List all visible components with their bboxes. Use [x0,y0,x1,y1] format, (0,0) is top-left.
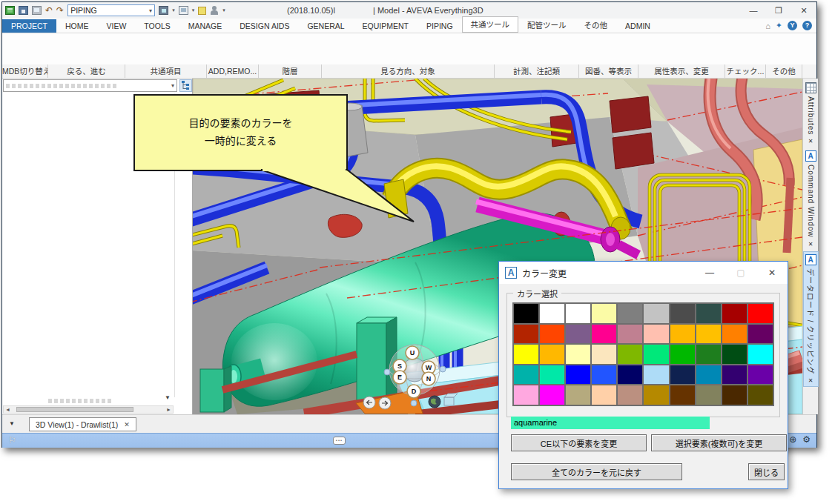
ribbon-group-label[interactable]: その他 [766,64,802,78]
color-swatch[interactable] [540,345,564,364]
navigate-icon[interactable]: ✦ [776,21,782,30]
ribbon-group-label[interactable]: 共通項目 [125,64,207,78]
color-swatch[interactable] [514,325,538,344]
message-bubble-icon[interactable]: ••• [333,437,346,445]
color-swatch[interactable] [592,304,616,323]
color-swatch[interactable] [644,365,668,385]
ribbon-tab[interactable]: HOME [56,19,98,33]
flag-icon[interactable]: ⚐ [8,435,16,445]
ribbon-group-label[interactable]: 階層 [259,64,322,78]
display-icon[interactable] [179,6,188,15]
app-icon[interactable] [5,6,15,15]
color-swatch[interactable] [618,304,642,323]
restore-all-colors-button[interactable]: 全てのカラーを元に戻す [511,463,682,480]
color-swatch[interactable] [618,345,642,364]
ribbon-group-label[interactable]: 属性表示、変更 [638,64,725,78]
color-swatch[interactable] [696,345,721,364]
color-name-field[interactable]: aquamarine [511,417,710,429]
ribbon-tab[interactable]: TOOLS [135,19,179,33]
dialog-close-button[interactable]: ✕ [756,268,788,278]
display-dropdown-icon[interactable]: ▾ [192,7,195,13]
ribbon-tab[interactable]: 配管ツール [518,17,575,33]
save-icon[interactable] [19,6,28,15]
color-swatch[interactable] [618,385,642,405]
color-swatch[interactable] [670,304,695,323]
change-ce-button[interactable]: CE以下の要素を変更 [511,434,647,451]
color-swatch[interactable] [644,345,668,364]
color-swatch[interactable] [540,325,564,344]
dialog-title-bar[interactable]: A カラー変更 — ▢ ✕ [499,262,788,284]
color-swatch[interactable] [566,345,590,364]
ribbon-tab[interactable]: 共通ツール [462,16,519,33]
compass-south[interactable]: S [397,362,402,370]
color-swatch[interactable] [748,365,773,385]
ribbon-collapse-icon[interactable]: ⌂ [765,21,770,30]
ribbon-tab[interactable]: PROJECT [2,19,56,33]
ribbon-tab[interactable]: ADMIN [616,19,659,33]
change-selected-button[interactable]: 選択要素(複数可)を変更 [651,434,787,451]
color-swatch[interactable] [696,365,721,385]
minimize-button[interactable]: — [741,2,766,19]
ribbon-group-label[interactable]: 戻る、進む [48,64,125,78]
side-tab[interactable]: ACommand Window✕ [803,148,819,249]
ribbon-tab[interactable]: EQUIPMENT [354,19,417,33]
scroll-right-icon[interactable]: ► [165,406,173,413]
color-swatch[interactable] [670,325,695,344]
color-swatch[interactable] [748,385,773,405]
snapshot-dropdown-icon[interactable]: ▾ [172,7,175,13]
color-swatch[interactable] [540,385,564,405]
color-swatch[interactable] [592,325,616,344]
snapshot-icon[interactable] [159,6,168,15]
close-icon[interactable]: ✕ [124,421,130,428]
color-swatch[interactable] [566,385,590,405]
ribbon-group-label[interactable]: 図番、等表示 [579,64,638,78]
undo-icon[interactable]: ↶ [45,6,53,15]
compass-north[interactable]: N [426,375,432,382]
help-icon[interactable]: ? [802,21,812,30]
color-swatch[interactable] [592,345,616,364]
color-swatch[interactable] [592,385,616,405]
dialog-close-action-button[interactable]: 閉じる [748,463,785,480]
ribbon-group-label[interactable]: チェック... [725,64,766,78]
close-icon[interactable]: ✕ [808,377,813,384]
color-swatch[interactable] [696,304,721,323]
highlight-color-icon[interactable] [198,7,206,15]
color-swatch[interactable] [748,304,773,323]
color-swatch[interactable] [722,325,747,344]
compass-down[interactable]: D [412,388,417,395]
view-tab-3d[interactable]: 3D View(1) - Drawlist(1) ✕ [29,417,136,431]
ribbon-tab[interactable]: その他 [575,17,617,33]
color-swatch[interactable] [540,304,564,323]
color-swatch[interactable] [566,325,590,344]
compass-up[interactable]: U [410,349,415,357]
hierarchy-tree-button[interactable] [179,79,192,92]
ribbon-group-label[interactable]: MDB切り替え [2,64,48,78]
color-swatch[interactable] [696,385,721,405]
color-swatch[interactable] [670,365,695,385]
color-swatch[interactable] [644,304,668,323]
color-swatch[interactable] [722,345,747,364]
scroll-left-icon[interactable]: ◄ [4,406,12,413]
scrollbar-thumb[interactable] [16,407,133,412]
close-button[interactable]: ✕ [791,2,816,19]
color-swatch[interactable] [566,365,590,385]
side-tab[interactable]: Attributes✕ [803,80,819,147]
color-swatch[interactable] [722,304,747,323]
color-swatch[interactable] [618,325,642,344]
color-swatch[interactable] [514,385,538,405]
ribbon-tab[interactable]: PIPING [417,19,462,33]
color-swatch[interactable] [514,365,538,385]
database-icon[interactable] [32,6,42,15]
color-swatch[interactable] [618,365,642,385]
view-tab-dropdown-icon[interactable]: ▼ [9,420,15,427]
ribbon-tab[interactable]: MANAGE [179,19,231,33]
redo-icon[interactable]: ↷ [56,6,64,15]
horizontal-scrollbar[interactable]: ◄ ► [3,405,174,414]
ribbon-group-label[interactable]: 計測、注記類 [495,64,579,78]
color-swatch[interactable] [514,304,538,323]
color-swatch[interactable] [748,325,773,344]
compass-west[interactable]: W [426,364,432,371]
ribbon-group-label[interactable]: ADD,REMO... [207,64,259,78]
color-swatch[interactable] [722,385,747,405]
compass-east[interactable]: E [397,374,402,381]
